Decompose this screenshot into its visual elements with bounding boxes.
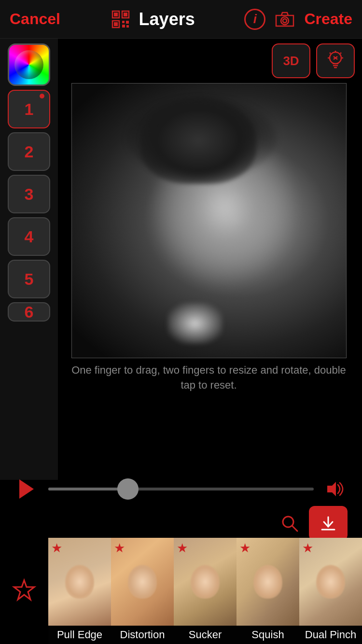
3d-button[interactable]: 3D [272, 43, 310, 78]
effect-thumb-squish: ★ [237, 538, 299, 626]
effect-thumb-sucker: ★ [174, 538, 237, 626]
layer-button-2[interactable]: 2 [8, 132, 50, 171]
bottom-controls [0, 480, 362, 538]
effect-star-distortion: ★ [114, 541, 125, 556]
canvas-image[interactable] [71, 83, 347, 358]
bulb-button[interactable] [316, 43, 355, 78]
color-ball [14, 50, 43, 79]
volume-button[interactable] [323, 477, 348, 501]
main-area: 1 2 3 4 5 6 3D [0, 39, 362, 538]
effect-thumb-distortion: ★ [111, 538, 174, 626]
progress-slider[interactable] [48, 488, 314, 490]
svg-marker-25 [14, 580, 34, 600]
svg-marker-20 [327, 482, 336, 496]
favorites-button[interactable] [0, 538, 48, 644]
header: Cancel Layers i [0, 0, 362, 39]
layer-dot-1 [40, 94, 44, 98]
svg-line-22 [292, 526, 297, 531]
effects-list: ★ Pull Edge ★ Distortion ★ [48, 538, 362, 644]
create-button[interactable]: Create [304, 10, 352, 28]
playback-row [14, 477, 348, 501]
play-icon [19, 479, 34, 499]
svg-point-11 [283, 19, 287, 23]
progress-track [48, 488, 128, 490]
svg-rect-7 [126, 21, 129, 24]
svg-rect-6 [122, 21, 125, 23]
effect-thumb-pull-edge: ★ [48, 538, 111, 626]
effect-label-pull-edge: Pull Edge [48, 626, 111, 644]
layer-button-5[interactable]: 5 [8, 260, 50, 298]
effect-star-pull-edge: ★ [51, 541, 62, 556]
qr-icon[interactable] [110, 9, 131, 30]
info-icon[interactable]: i [244, 9, 265, 30]
effect-label-squish: Squish [237, 626, 299, 644]
effect-item-pull-edge[interactable]: ★ Pull Edge [48, 538, 111, 644]
layer-button-1[interactable]: 1 [8, 90, 50, 128]
effect-star-squish: ★ [239, 541, 251, 556]
camera-icon[interactable] [274, 9, 295, 30]
svg-line-17 [340, 53, 341, 54]
svg-rect-9 [126, 25, 129, 28]
effect-label-distortion: Distortion [111, 626, 174, 644]
effect-item-dual-pinch[interactable]: ★ Dual Pinch [299, 538, 362, 644]
cancel-button[interactable]: Cancel [10, 10, 60, 28]
canvas-area: 3D [58, 39, 362, 538]
effect-item-sucker[interactable]: ★ Sucker [174, 538, 237, 644]
sidebar: 1 2 3 4 5 6 [0, 39, 58, 538]
effect-label-dual-pinch: Dual Pinch [299, 626, 362, 644]
svg-point-10 [281, 17, 289, 25]
canvas-image-inner [72, 84, 346, 358]
effect-star-dual-pinch: ★ [302, 541, 313, 556]
effect-star-sucker: ★ [177, 541, 188, 556]
layer-button-4[interactable]: 4 [8, 217, 50, 256]
color-picker-button[interactable] [8, 43, 50, 86]
effect-thumb-dual-pinch: ★ [299, 538, 362, 626]
layer-button-6[interactable]: 6 [8, 302, 50, 322]
play-button[interactable] [14, 477, 39, 501]
svg-rect-8 [122, 25, 125, 28]
page-title: Layers [139, 9, 195, 29]
effect-label-sucker: Sucker [174, 626, 237, 644]
effect-item-squish[interactable]: ★ Squish [237, 538, 299, 644]
search-button[interactable] [270, 506, 309, 541]
layer-button-3[interactable]: 3 [8, 175, 50, 213]
svg-rect-1 [114, 13, 118, 16]
download-button[interactable] [309, 506, 348, 541]
svg-rect-5 [114, 22, 118, 26]
progress-thumb[interactable] [117, 478, 139, 500]
search-download-row [14, 506, 348, 541]
svg-line-16 [330, 53, 331, 54]
svg-rect-3 [124, 13, 127, 16]
effect-item-distortion[interactable]: ★ Distortion [111, 538, 174, 644]
top-buttons-row: 3D [63, 43, 355, 78]
effects-strip: ★ Pull Edge ★ Distortion ★ [0, 538, 362, 644]
canvas-hint: One finger to drag, two fingers to resiz… [63, 363, 355, 393]
